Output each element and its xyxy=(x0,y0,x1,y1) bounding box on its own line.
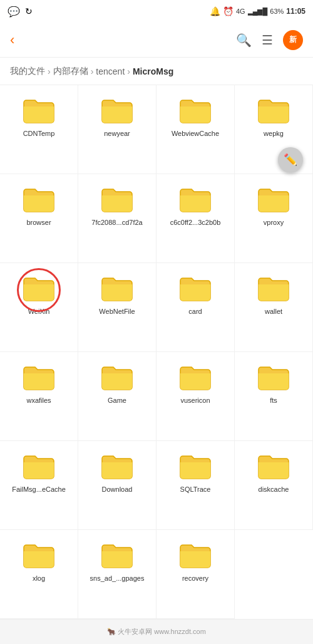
file-item[interactable]: recovery xyxy=(156,530,235,619)
message-icon: 💬 xyxy=(8,6,20,18)
folder-icon xyxy=(21,540,56,570)
file-label: recovery xyxy=(182,574,208,583)
file-label: sns_ad_...gpages xyxy=(90,574,145,583)
time-label: 11:05 xyxy=(286,7,305,16)
file-item[interactable]: sns_ad_...gpages xyxy=(78,530,156,619)
file-item[interactable]: wxafiles xyxy=(0,352,78,441)
status-left-icons: 💬 ↻ xyxy=(8,6,33,18)
folder-icon xyxy=(100,273,135,303)
breadcrumb: 我的文件 › 内部存储 › tencent › MicroMsg xyxy=(0,58,313,85)
folder-icon xyxy=(21,451,56,481)
file-label: WebNetFile xyxy=(99,307,135,316)
file-label: wxafiles xyxy=(26,396,51,405)
folder-icon xyxy=(256,362,291,392)
file-item[interactable]: browser xyxy=(0,174,78,263)
watermark: 🐂 火牛安卓网 www.hnzzdt.com xyxy=(0,619,313,644)
breadcrumb-internal[interactable]: 内部存储 xyxy=(53,66,88,77)
folder-icon xyxy=(21,362,56,392)
list-view-button[interactable]: ☰ xyxy=(262,33,273,48)
file-label: SQLTrace xyxy=(180,485,211,494)
file-item[interactable]: CDNTemp xyxy=(0,85,78,174)
file-item[interactable]: xlog xyxy=(0,530,78,619)
file-label: wallet xyxy=(265,307,282,316)
status-bar: 💬 ↻ 🔔 ⏰ 4G ▂▄▆█ 63% 11:05 xyxy=(0,0,313,23)
search-button[interactable]: 🔍 xyxy=(236,33,252,48)
signal-bars: ▂▄▆█ xyxy=(248,8,268,16)
breadcrumb-micromsg[interactable]: MicroMsg xyxy=(133,66,173,76)
file-label: 7fc2088...cd7f2a xyxy=(91,218,142,227)
file-item[interactable]: WeiXin xyxy=(0,263,78,352)
folder-icon xyxy=(256,273,291,303)
file-item[interactable]: Download xyxy=(78,441,156,530)
file-label: CDNTemp xyxy=(23,129,55,138)
fab-button[interactable]: ✏️ xyxy=(278,147,303,172)
file-item[interactable]: SQLTrace xyxy=(156,441,235,530)
folder-icon xyxy=(178,362,213,392)
file-label: Download xyxy=(102,485,133,494)
breadcrumb-sep-3: › xyxy=(127,66,130,76)
toolbar-right: 🔍 ☰ 新 xyxy=(236,30,303,50)
file-grid: CDNTemp newyear WebviewCache wepkg brows… xyxy=(0,85,313,619)
folder-icon xyxy=(100,95,135,125)
folder-icon xyxy=(178,273,213,303)
file-item[interactable]: fts xyxy=(235,352,313,441)
folder-icon xyxy=(21,95,56,125)
folder-icon xyxy=(256,451,291,481)
file-label: Game xyxy=(108,396,126,405)
folder-icon xyxy=(21,184,56,214)
file-item[interactable]: c6c0ff2...3c2b0b xyxy=(156,174,235,263)
alarm-icon: ⏰ xyxy=(223,6,233,16)
file-label: browser xyxy=(26,218,51,227)
file-label: WeiXin xyxy=(28,307,50,316)
file-item[interactable]: Game xyxy=(78,352,156,441)
file-label: wepkg xyxy=(264,129,284,138)
edit-icon: ✏️ xyxy=(284,153,297,167)
file-item[interactable]: WebviewCache xyxy=(156,85,235,174)
folder-icon xyxy=(100,451,135,481)
file-label: card xyxy=(188,307,202,316)
folder-icon xyxy=(178,540,213,570)
file-label: vproxy xyxy=(264,218,284,227)
file-item[interactable]: newyear xyxy=(78,85,156,174)
file-label: xlog xyxy=(33,574,45,583)
folder-icon xyxy=(100,184,135,214)
file-label: c6c0ff2...3c2b0b xyxy=(170,218,221,227)
refresh-icon: ↻ xyxy=(25,6,33,16)
file-item[interactable]: wallet xyxy=(235,263,313,352)
toolbar-left: ‹ xyxy=(10,32,14,48)
file-item[interactable]: diskcache xyxy=(235,441,313,530)
file-label: diskcache xyxy=(259,485,289,494)
folder-icon xyxy=(21,273,56,303)
battery-label: 63% xyxy=(270,8,284,15)
file-item[interactable]: card xyxy=(156,263,235,352)
file-label: FailMsg...eCache xyxy=(12,485,66,494)
folder-icon xyxy=(100,362,135,392)
status-right-icons: 🔔 ⏰ 4G ▂▄▆█ 63% 11:05 xyxy=(210,6,305,16)
file-item[interactable]: vproxy xyxy=(235,174,313,263)
folder-icon xyxy=(178,184,213,214)
watermark-text: 🐂 火牛安卓网 www.hnzzdt.com xyxy=(107,627,206,636)
file-label: vusericon xyxy=(180,396,210,405)
folder-icon xyxy=(256,95,291,125)
breadcrumb-sep-1: › xyxy=(48,66,51,76)
file-label: fts xyxy=(270,396,277,405)
breadcrumb-sep-2: › xyxy=(91,66,94,76)
file-item[interactable]: vusericon xyxy=(156,352,235,441)
file-label: WebviewCache xyxy=(172,129,219,138)
breadcrumb-myfiles[interactable]: 我的文件 xyxy=(10,66,45,77)
file-item[interactable]: 7fc2088...cd7f2a xyxy=(78,174,156,263)
folder-icon xyxy=(256,184,291,214)
back-button[interactable]: ‹ xyxy=(10,32,14,48)
folder-icon xyxy=(178,451,213,481)
file-item[interactable]: FailMsg...eCache xyxy=(0,441,78,530)
folder-icon xyxy=(178,95,213,125)
breadcrumb-tencent[interactable]: tencent xyxy=(96,66,125,76)
mute-icon: 🔔 xyxy=(210,6,220,16)
new-button[interactable]: 新 xyxy=(283,30,303,50)
folder-icon xyxy=(100,540,135,570)
file-label: newyear xyxy=(104,129,130,138)
file-item[interactable]: WebNetFile xyxy=(78,263,156,352)
network-label: 4G xyxy=(236,8,245,15)
toolbar: ‹ 🔍 ☰ 新 xyxy=(0,23,313,58)
